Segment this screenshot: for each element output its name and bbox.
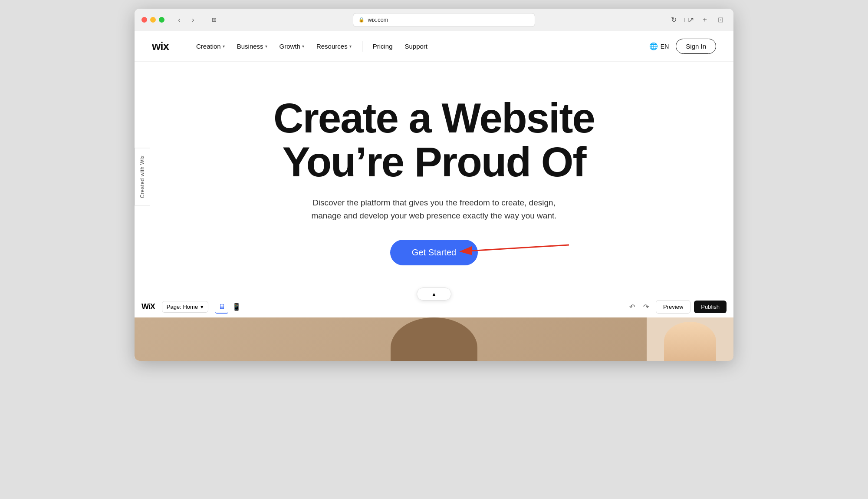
hero-title-line2: You’re Proud Of [283, 139, 586, 185]
get-started-button[interactable]: Get Started [390, 240, 478, 265]
editor-bar: ▲ WiX Page: Home ▾ 🖥 📱 ↶ ↷ Preview Publi… [135, 296, 733, 317]
editor-preview-object [391, 317, 477, 361]
nav-support-label: Support [405, 43, 428, 50]
tab-section: ⊞ [208, 14, 220, 26]
traffic-lights [141, 17, 164, 23]
browser-titlebar: ‹ › ⊞ 🔒 wix.com ↻ □↗ ＋ ⊡ [135, 9, 733, 31]
nav-item-resources[interactable]: Resources ▾ [311, 40, 357, 53]
preview-button[interactable]: Preview [656, 300, 690, 314]
created-with-wix-label: Created with Wix [135, 148, 150, 205]
browser-window: ‹ › ⊞ 🔒 wix.com ↻ □↗ ＋ ⊡ wix [135, 9, 733, 361]
language-label: EN [661, 43, 669, 50]
resources-chevron-icon: ▾ [349, 44, 352, 49]
undo-redo-controls: ↶ ↷ [625, 301, 652, 314]
language-selector[interactable]: 🌐 EN [649, 42, 669, 50]
sidebar-toggle-button[interactable]: ⊡ [714, 14, 727, 26]
nav-item-creation[interactable]: Creation ▾ [191, 40, 230, 53]
creation-chevron-icon: ▾ [223, 44, 225, 49]
page-selector-chevron-icon: ▾ [201, 304, 204, 310]
nav-divider [362, 41, 362, 52]
svg-text:wix: wix [152, 40, 169, 52]
close-button[interactable] [141, 17, 147, 23]
mobile-view-button[interactable]: 📱 [230, 301, 243, 314]
nav-item-pricing[interactable]: Pricing [368, 40, 398, 53]
publish-button[interactable]: Publish [694, 301, 727, 313]
page-selector-label: Page: Home [167, 304, 198, 310]
maximize-button[interactable] [159, 17, 164, 23]
nav-growth-label: Growth [279, 43, 300, 50]
url-text: wix.com [368, 17, 388, 23]
minimize-button[interactable] [150, 17, 156, 23]
nav-item-business[interactable]: Business ▾ [232, 40, 273, 53]
address-bar[interactable]: 🔒 wix.com [353, 13, 535, 27]
main-navigation: wix Creation ▾ Business ▾ Growth ▾ Resou… [135, 31, 733, 62]
globe-icon: 🌐 [649, 42, 658, 50]
editor-preview-area [135, 317, 733, 361]
browser-action-buttons: ↻ □↗ ＋ ⊡ [667, 14, 727, 26]
nav-pricing-label: Pricing [373, 43, 393, 50]
page-selector[interactable]: Page: Home ▾ [162, 301, 208, 313]
new-tab-button[interactable]: ＋ [699, 14, 711, 26]
editor-preview-content [135, 317, 733, 361]
nav-item-growth[interactable]: Growth ▾ [274, 40, 309, 53]
nav-item-support[interactable]: Support [400, 40, 433, 53]
editor-right-actions: ↶ ↷ Preview Publish [625, 300, 727, 314]
nav-resources-label: Resources [316, 43, 348, 50]
desktop-view-button[interactable]: 🖥 [215, 301, 228, 314]
business-chevron-icon: ▾ [265, 44, 267, 49]
bookmark-button[interactable]: □↗ [683, 14, 695, 26]
address-bar-container: 🔒 wix.com [225, 13, 662, 27]
browser-nav-buttons: ‹ › [173, 14, 199, 26]
undo-button[interactable]: ↶ [625, 301, 638, 314]
nav-creation-label: Creation [196, 43, 221, 50]
tab-icon-button[interactable]: ⊞ [208, 14, 220, 26]
person-placeholder [664, 322, 716, 361]
back-button[interactable]: ‹ [173, 14, 185, 26]
device-buttons: 🖥 📱 [215, 301, 243, 314]
hero-title-line1: Create a Website [273, 95, 595, 141]
hero-cta-wrapper: Get Started [390, 240, 478, 265]
growth-chevron-icon: ▾ [302, 44, 304, 49]
sign-in-button[interactable]: Sign In [676, 39, 716, 54]
upload-arrow-icon: ▲ [432, 291, 437, 297]
hero-title: Create a Website You’re Proud Of [152, 96, 716, 184]
refresh-button[interactable]: ↻ [667, 14, 680, 26]
redo-button[interactable]: ↷ [639, 301, 652, 314]
hero-section: Created with Wix Create a Website You’re… [135, 62, 733, 291]
nav-links: Creation ▾ Business ▾ Growth ▾ Resources… [191, 40, 649, 53]
editor-preview-person [647, 317, 733, 361]
wix-logo[interactable]: wix [152, 40, 177, 53]
hero-subtitle: Discover the platform that gives you the… [308, 196, 560, 223]
security-icon: 🔒 [358, 17, 365, 23]
nav-business-label: Business [237, 43, 263, 50]
forward-button[interactable]: › [187, 14, 199, 26]
editor-wix-logo: WiX [141, 302, 155, 311]
wix-site: wix Creation ▾ Business ▾ Growth ▾ Resou… [135, 31, 733, 361]
upload-button[interactable]: ▲ [417, 288, 451, 301]
nav-right: 🌐 EN Sign In [649, 39, 716, 54]
